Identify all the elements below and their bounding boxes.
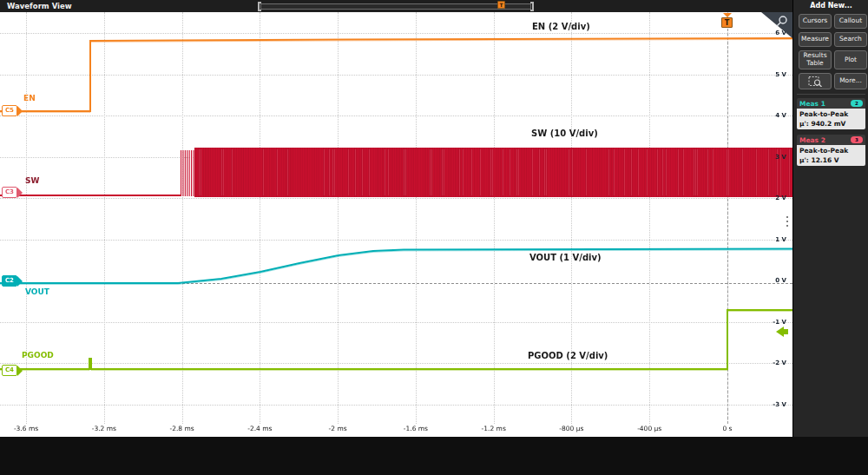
measurement-type: Peak-to-Peak [799, 146, 863, 155]
channel-badge-arrow-icon [17, 276, 23, 287]
time-axis-label: -400 µs [628, 425, 670, 432]
measurement-body: Peak-to-Peakµ': 12.16 V [797, 145, 865, 166]
channel-badge-arrow-icon [17, 106, 23, 116]
voltage-axis-label: 4 V [762, 112, 786, 119]
ruler-right-cap [530, 2, 534, 11]
trace-label-sw: SW (10 V/div) [531, 129, 598, 138]
time-axis-label: -3.6 ms [5, 425, 47, 432]
channel-name-vout: VOUT [25, 287, 49, 296]
measurement-badge-meas-2[interactable]: Meas 23Peak-to-Peakµ': 12.16 V [797, 135, 865, 166]
trace-label-pgood: PGOOD (2 V/div) [528, 351, 608, 360]
add-new-sidebar: Add New... CursorsCalloutMeasureSearchRe… [792, 0, 868, 437]
voltage-axis-label: 5 V [762, 71, 786, 78]
acquisition-overview-ruler[interactable] [260, 3, 531, 10]
add-new-results-table-button[interactable]: Results Table [799, 50, 832, 69]
voltage-axis-label: -1 V [762, 319, 786, 326]
channel-badge-arrow-icon [17, 188, 23, 198]
voltage-axis-label: 1 V [762, 236, 786, 243]
measurement-source-badge: 3 [851, 136, 863, 143]
add-new-search-button[interactable]: Search [834, 32, 867, 47]
channel-name-en: EN [23, 94, 36, 102]
channel-name-pgood: PGOOD [22, 351, 54, 360]
measurement-source-badge: 2 [851, 100, 863, 107]
measurement-header: Meas 23 [797, 135, 865, 145]
add-new-measure-button[interactable]: Measure [799, 32, 832, 47]
ruler-trigger-marker[interactable]: T [497, 1, 505, 9]
channel-badge-label: C3 [2, 187, 17, 198]
voltage-axis-label: -3 V [762, 401, 786, 408]
time-axis-label: -2 ms [317, 425, 358, 432]
time-axis-label: -2.8 ms [161, 425, 203, 432]
measurement-value: µ': 940.2 mV [799, 119, 863, 129]
time-axis-label: -1.6 ms [395, 425, 437, 432]
channel-badge-c5[interactable]: C5 [2, 105, 23, 116]
trigger-position-marker[interactable]: T [721, 13, 733, 28]
measurement-body: Peak-to-Peakµ': 940.2 mV [797, 109, 865, 129]
voltage-axis-label: 0 V [762, 277, 786, 284]
channel-badge-c4[interactable]: C4 [2, 365, 23, 376]
trace-label-en: EN (2 V/div) [532, 22, 590, 31]
time-axis-label: -3.2 ms [83, 425, 125, 432]
ruler-left-cap [258, 2, 261, 11]
voltage-axis-label: 3 V [762, 154, 786, 161]
zoom-select-icon [808, 76, 823, 87]
time-axis-label: -2.4 ms [239, 425, 280, 432]
measurement-type: Peak-to-Peak [799, 109, 863, 119]
oscilloscope-app: T -3.6 ms-3.2 ms-2.8 ms-2.4 ms-2 ms-1.6 … [0, 0, 868, 475]
sidebar-divider [797, 94, 865, 95]
add-new-plot-button[interactable]: Plot [834, 50, 867, 69]
bottom-settings-bar: Ch 21 V/div1 MΩ500 MHzCh 310 V/div20 MHz… [0, 437, 868, 475]
channel-name-sw: SW [25, 176, 39, 185]
add-new-callout-button[interactable]: Callout [834, 14, 867, 29]
add-new-more-button[interactable]: More... [834, 73, 867, 89]
time-axis-label: -1.2 ms [473, 425, 515, 432]
channel-badge-label: C2 [2, 275, 17, 287]
measurement-name: Meas 1 [799, 100, 825, 108]
measurement-badge-meas-1[interactable]: Meas 12Peak-to-Peakµ': 940.2 mV [797, 98, 865, 129]
trace-label-vout: VOUT (1 V/div) [529, 253, 602, 262]
measurement-name: Meas 2 [799, 136, 825, 144]
zoom-corner-handle[interactable] [761, 12, 792, 38]
add-new-cursors-button[interactable]: Cursors [799, 14, 832, 29]
panel-grip-handle[interactable] [786, 214, 788, 229]
channel-badge-c2[interactable]: C2 [2, 275, 23, 287]
time-axis-label: -800 µs [550, 425, 592, 432]
channel-badge-c3[interactable]: C3 [2, 187, 23, 198]
time-axis-label: 0 s [707, 425, 748, 432]
measurement-value: µ': 12.16 V [799, 155, 863, 165]
plot-overlay: T -3.6 ms-3.2 ms-2.8 ms-2.4 ms-2 ms-1.6 … [0, 0, 792, 437]
measurement-header: Meas 12 [797, 98, 865, 109]
channel-badge-label: C4 [2, 365, 17, 376]
zoom-select-button[interactable] [799, 73, 832, 89]
panel-title: Waveform View [7, 2, 72, 10]
trigger-level-arrow[interactable] [776, 327, 788, 337]
channel-badge-arrow-icon [17, 366, 23, 376]
voltage-axis-label: -2 V [762, 360, 786, 366]
voltage-axis-label: 2 V [762, 195, 786, 201]
waveform-view-panel: T -3.6 ms-3.2 ms-2.8 ms-2.4 ms-2 ms-1.6 … [0, 0, 792, 437]
channel-badge-label: C5 [2, 105, 17, 116]
